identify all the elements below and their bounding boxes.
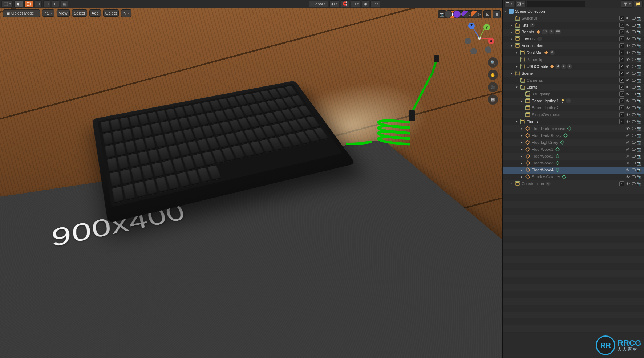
- outliner-row-floorwood4[interactable]: ▸FloorWood4👁🖵📷: [503, 167, 644, 174]
- eye-toggle[interactable]: 👁: [625, 98, 630, 103]
- xray-toggle[interactable]: ⊡: [483, 10, 491, 18]
- screen-toggle[interactable]: 🖵: [631, 174, 636, 179]
- screen-toggle[interactable]: 🖵: [631, 85, 636, 90]
- outliner-row-floorwood2[interactable]: ▸FloorWood2🖵📷: [503, 153, 644, 160]
- screen-toggle[interactable]: 🖵: [631, 91, 636, 97]
- outliner-tree[interactable]: ▾ Scene Collection SwitchUI👁🖵📷▸Kits7👁🖵📷▸…: [503, 8, 644, 358]
- disclose-icon[interactable]: ▸: [514, 65, 519, 68]
- eye-toggle[interactable]: 👁: [625, 119, 630, 124]
- eye-toggle[interactable]: 👁: [625, 91, 630, 97]
- outliner-filter-dropdown[interactable]: ▾: [621, 0, 632, 8]
- cam-toggle[interactable]: 📷: [637, 119, 642, 124]
- pivot-dropdown[interactable]: ◐▾: [329, 0, 339, 7]
- tool-cursor-icon[interactable]: [14, 0, 23, 8]
- editor-type-dropdown[interactable]: ▾: [1, 0, 13, 8]
- cam-toggle[interactable]: 📷: [637, 16, 642, 21]
- gizmo-neg-y[interactable]: [470, 48, 477, 54]
- cam-toggle[interactable]: 📷: [637, 140, 642, 145]
- outliner-display-dropdown[interactable]: 🖼▾: [515, 1, 526, 7]
- exclude-checkbox[interactable]: [619, 119, 624, 124]
- outliner-row-accessories[interactable]: ▾Accessories👁🖵📷: [503, 42, 644, 49]
- screen-toggle[interactable]: 🖵: [631, 23, 636, 28]
- exclude-checkbox[interactable]: [619, 112, 624, 117]
- snap-mode-dropdown[interactable]: ⊡▾: [351, 0, 360, 7]
- cam-toggle[interactable]: 📷: [637, 174, 642, 179]
- cam-toggle[interactable]: 📷: [637, 147, 642, 152]
- disclose-icon[interactable]: ▾: [514, 120, 519, 123]
- disclose-icon[interactable]: ▸: [519, 161, 524, 165]
- outliner-row-layouts[interactable]: ▸Layouts9👁🖵📷: [503, 36, 644, 42]
- cam-toggle[interactable]: 📷: [637, 154, 642, 159]
- cam-toggle[interactable]: 📷: [637, 112, 642, 117]
- outliner-row-cameras[interactable]: Cameras👁🖵📷: [503, 77, 644, 84]
- menu-add[interactable]: Add: [89, 9, 101, 17]
- outliner-row-lights[interactable]: ▾Lights👁🖵📷: [503, 84, 644, 91]
- shading-wireframe[interactable]: [444, 10, 452, 18]
- menu-object[interactable]: Object: [103, 9, 119, 17]
- cam-toggle[interactable]: 📷: [637, 91, 642, 97]
- snap-grid-icon[interactable]: ▦: [61, 0, 68, 7]
- cam-toggle[interactable]: 📷: [637, 160, 642, 166]
- cam-toggle[interactable]: 📷: [637, 98, 642, 103]
- hide-toggle[interactable]: [625, 133, 630, 138]
- eye-toggle[interactable]: 👁: [625, 64, 630, 69]
- screen-toggle[interactable]: 🖵: [631, 181, 636, 186]
- exclude-checkbox[interactable]: [619, 36, 624, 41]
- pivot-menu[interactable]: nS ▾: [42, 9, 54, 17]
- cam-toggle[interactable]: 📷: [637, 36, 642, 41]
- screen-toggle[interactable]: 🖵: [631, 64, 636, 69]
- outliner-search-input[interactable]: [527, 1, 585, 7]
- snap-edge-icon[interactable]: ⊟: [43, 0, 50, 7]
- eye-toggle[interactable]: 👁: [625, 181, 630, 186]
- hide-toggle[interactable]: [625, 160, 630, 166]
- cam-toggle[interactable]: 📷: [637, 78, 642, 83]
- exclude-checkbox[interactable]: [619, 78, 624, 83]
- eye-toggle[interactable]: 👁: [625, 50, 630, 55]
- exclude-checkbox[interactable]: [619, 98, 624, 103]
- disclose-icon[interactable]: ▸: [514, 51, 519, 54]
- disclose-icon[interactable]: ▸: [509, 30, 514, 34]
- screen-toggle[interactable]: 🖵: [631, 57, 636, 62]
- exclude-checkbox[interactable]: [619, 43, 624, 48]
- disclose-icon[interactable]: ▸: [519, 99, 524, 103]
- outliner-row-boardlighting1[interactable]: ▸BoardLighting16👁🖵📷: [503, 98, 644, 105]
- eye-toggle[interactable]: 👁: [625, 126, 630, 131]
- exclude-checkbox[interactable]: [619, 85, 624, 90]
- eye-toggle[interactable]: 👁: [625, 23, 630, 28]
- shading-solid[interactable]: [453, 10, 461, 18]
- perspective-toggle-icon[interactable]: ▦: [488, 94, 498, 105]
- snap-face-icon[interactable]: ⊞: [52, 0, 59, 7]
- outliner-row-construction[interactable]: ▸Construction4👁🖵📷: [503, 180, 644, 187]
- eye-toggle[interactable]: 👁: [625, 43, 630, 48]
- exclude-checkbox[interactable]: [619, 23, 624, 28]
- outliner-row-floorwood3[interactable]: ▸FloorWood3🖵📷: [503, 160, 644, 167]
- cam-toggle[interactable]: 📷: [637, 71, 642, 76]
- exclude-checkbox[interactable]: [619, 50, 624, 55]
- outliner-new-collection-icon[interactable]: 📁: [634, 0, 643, 7]
- cam-toggle[interactable]: 📷: [637, 50, 642, 55]
- hide-toggle[interactable]: [625, 147, 630, 152]
- screen-toggle[interactable]: 🖵: [631, 140, 636, 145]
- exclude-checkbox[interactable]: [619, 16, 624, 21]
- exclude-checkbox[interactable]: [619, 57, 624, 62]
- disclose-icon[interactable]: ▾: [503, 9, 507, 13]
- screen-toggle[interactable]: 🖵: [631, 119, 636, 124]
- screen-toggle[interactable]: 🖵: [631, 29, 636, 34]
- gizmo-neg-z[interactable]: [485, 46, 491, 53]
- shading-material[interactable]: [462, 10, 470, 18]
- screen-toggle[interactable]: 🖵: [631, 133, 636, 138]
- exclude-checkbox[interactable]: [619, 29, 624, 34]
- screen-toggle[interactable]: 🖵: [631, 43, 636, 48]
- outliner-row-kits[interactable]: ▸Kits7👁🖵📷: [503, 22, 644, 29]
- disclose-icon[interactable]: ▾: [509, 72, 514, 75]
- orientation-gizmo[interactable]: X Y Z: [463, 22, 496, 54]
- eye-toggle[interactable]: 👁: [625, 71, 630, 76]
- outliner-row-switchui[interactable]: SwitchUI👁🖵📷: [503, 15, 644, 22]
- snap-vert-icon[interactable]: ⊡: [35, 0, 42, 7]
- screen-toggle[interactable]: 🖵: [631, 147, 636, 152]
- outliner-row-paperclip[interactable]: Paperclip👁🖵📷: [503, 56, 644, 63]
- cam-toggle[interactable]: 📷: [637, 85, 642, 90]
- eye-toggle[interactable]: 👁: [625, 16, 630, 21]
- outliner-row-deskmat[interactable]: ▸DeskMat3👁🖵📷: [503, 49, 644, 56]
- disclose-icon[interactable]: ▸: [519, 154, 524, 158]
